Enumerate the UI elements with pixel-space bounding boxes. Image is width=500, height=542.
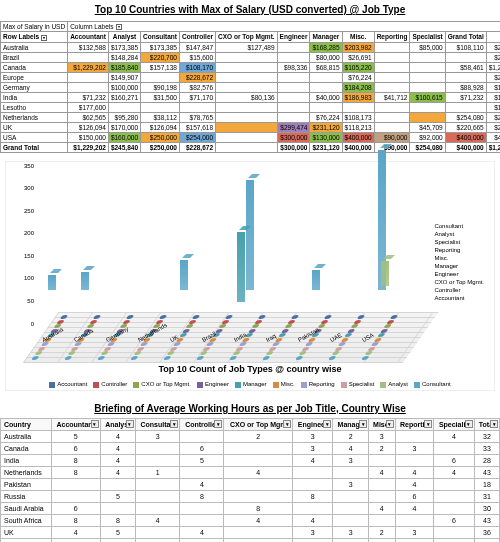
cell xyxy=(310,82,342,92)
hrs-cell xyxy=(369,490,396,502)
hrs-cell xyxy=(135,442,180,454)
hrs-cell: 3 xyxy=(395,526,434,538)
cell: $71,232 xyxy=(68,92,109,102)
hrs-cell xyxy=(333,466,369,478)
cell xyxy=(310,72,342,82)
hrs-cell: 4 xyxy=(395,478,434,490)
hrs-cell xyxy=(434,478,474,490)
cell: $85,000 xyxy=(410,42,445,52)
hrs-cell xyxy=(434,442,474,454)
cell xyxy=(374,122,410,132)
hrs-cell: 32 xyxy=(474,430,499,442)
hrs-cell: 4 xyxy=(51,526,100,538)
cell xyxy=(216,102,278,112)
cell: $160,271 xyxy=(108,92,140,102)
hrs-cell xyxy=(333,538,369,542)
filter-icon[interactable]: ▾ xyxy=(170,420,178,428)
row-label: USA xyxy=(1,132,68,142)
row-label: India xyxy=(1,92,68,102)
hrs-cell: 3 xyxy=(333,526,369,538)
hrs-cell: 4 xyxy=(369,466,396,478)
hrs-col: Controller▾ xyxy=(180,418,224,430)
chart-title: Top 10 Count of Job Types @ country wise xyxy=(6,364,494,374)
cell xyxy=(216,52,278,62)
cell: $38,112 xyxy=(141,112,180,122)
filter-icon[interactable]: ▾ xyxy=(424,420,432,428)
cell: $100,615 xyxy=(410,92,445,102)
hrs-row-label: USA xyxy=(1,538,52,542)
hrs-cell xyxy=(180,514,224,526)
cell: $71,170 xyxy=(179,92,215,102)
hrs-cell xyxy=(333,514,369,526)
hrs-row-label: UK xyxy=(1,526,52,538)
hrs-cell: 5 xyxy=(180,454,224,466)
col-header: Manager xyxy=(310,32,342,42)
col-dropdown-icon[interactable]: ▾ xyxy=(116,24,122,30)
cell xyxy=(374,112,410,122)
hrs-cell: 43 xyxy=(474,514,499,526)
hrs-cell: 5 xyxy=(100,526,135,538)
cell xyxy=(68,82,109,92)
filter-icon[interactable]: ▾ xyxy=(490,420,498,428)
hrs-cell: 6 xyxy=(51,502,100,514)
cell: $71,232 xyxy=(445,92,486,102)
hrs-cell: 28 xyxy=(474,454,499,466)
hrs-cell: 5 xyxy=(100,490,135,502)
hrs-cell: 2 xyxy=(333,430,369,442)
filter-icon[interactable]: ▾ xyxy=(126,420,134,428)
row-dropdown-icon[interactable]: ▾ xyxy=(41,35,47,41)
cell: $126,094 xyxy=(141,122,180,132)
filter-icon[interactable]: ▾ xyxy=(359,420,367,428)
hrs-cell: 3 xyxy=(333,454,369,466)
filter-icon[interactable]: ▾ xyxy=(465,420,473,428)
hrs-cell: 6 xyxy=(434,454,474,466)
hrs-cell: 5 xyxy=(51,430,100,442)
hrs-cell: 4 xyxy=(333,442,369,454)
cell xyxy=(216,72,278,82)
cell xyxy=(410,112,445,122)
filter-icon[interactable]: ▾ xyxy=(323,420,331,428)
cell: $108,110 xyxy=(445,42,486,52)
filter-icon[interactable]: ▾ xyxy=(386,420,394,428)
filter-icon[interactable]: ▾ xyxy=(283,420,291,428)
cell: $78,765 xyxy=(179,112,215,122)
col-header: Consultant xyxy=(141,32,180,42)
cell: $62,565 xyxy=(68,112,109,122)
col-header: Controller xyxy=(179,32,215,42)
hrs-cell: 3 xyxy=(293,526,333,538)
cell: $90,000 xyxy=(374,132,410,142)
cell: $299,474 xyxy=(486,122,500,132)
chart-3d: 050100150200250300350 AustraliaCanadaGer… xyxy=(5,161,495,391)
cell xyxy=(179,102,215,112)
hrs-cell: 8 xyxy=(51,514,100,526)
hrs-col: CXO or Top Mgm▾ xyxy=(224,418,293,430)
cell xyxy=(374,62,410,72)
cell xyxy=(445,72,486,82)
cell: $80,000 xyxy=(310,52,342,62)
hrs-row-label: Australia xyxy=(1,430,52,442)
filter-icon[interactable]: ▾ xyxy=(91,420,99,428)
hrs-cell: 4 xyxy=(395,538,434,542)
cell: $92,000 xyxy=(410,132,445,142)
cell: $105,220 xyxy=(342,62,374,72)
hrs-cell xyxy=(224,478,293,490)
cell xyxy=(445,102,486,112)
hrs-cell: 4 xyxy=(135,514,180,526)
hrs-cell xyxy=(293,478,333,490)
cell: $132,588 xyxy=(68,42,109,52)
cell xyxy=(141,72,180,82)
cell: $228,672 xyxy=(486,72,500,82)
cell: $82,576 xyxy=(179,82,215,92)
cell xyxy=(374,102,410,112)
filter-icon[interactable]: ▾ xyxy=(214,420,222,428)
hrs-row-label: South Africa xyxy=(1,514,52,526)
hrs-cell xyxy=(51,478,100,490)
hrs-cell xyxy=(135,454,180,466)
hrs-cell xyxy=(180,466,224,478)
hrs-cell: 38 xyxy=(474,538,499,542)
hrs-col: Engineer▾ xyxy=(293,418,333,430)
cell: $203,982 xyxy=(342,42,374,52)
hrs-col: Total▾ xyxy=(474,418,499,430)
cell xyxy=(277,72,310,82)
cell xyxy=(410,72,445,82)
